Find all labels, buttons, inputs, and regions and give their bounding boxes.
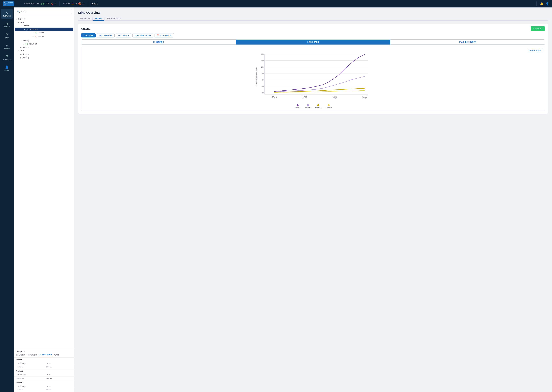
anchor-1-depth-value: 5.6 m <box>44 362 52 365</box>
signal-icon: ((·)) <box>41 3 44 5</box>
tree-item-level-1[interactable]: ▼ Level <box>14 21 74 24</box>
sidebar-item-alarm[interactable]: △ ALARM <box>1 41 13 52</box>
time-btn-current-reading[interactable]: CURRENT READING <box>132 33 153 37</box>
anchor-1-table: Installed depth 5.6 m Initial offset 345… <box>14 361 74 369</box>
time-btn-last-24h[interactable]: LAST 24 HOURS <box>97 33 115 37</box>
page-tabs: MINE PLAN | GRAPHS | TABULAR DATA <box>78 17 548 21</box>
svg-text:3/11/21: 3/11/21 <box>332 95 337 97</box>
svg-text:3/11/21: 3/11/21 <box>272 95 277 97</box>
export-icon: ↑ <box>533 28 534 30</box>
tab-graphs[interactable]: GRAPHS <box>93 17 104 21</box>
admin-icon: 👤 <box>5 65 9 69</box>
user-icon[interactable]: 👤 <box>545 2 549 6</box>
sensor-connector: ((·)) Sensor 1 ((·)) Sensor 1 <box>30 31 74 38</box>
time-btn-last-7d[interactable]: LAST 7 DAYS <box>116 33 131 37</box>
time-btn-last-shift[interactable]: LAST SHIFT <box>81 33 96 37</box>
communication-section: COMMUNICATION ((·)) 3756 🚫 23 <box>24 3 56 5</box>
chevron-down-icon: ▼ <box>24 28 25 30</box>
settings-icon: ⚙ <box>6 55 8 58</box>
anchor-3-depth-label: Installed depth <box>14 385 44 388</box>
tree-label-level-2: Level <box>20 50 24 52</box>
sidebar-item-data[interactable]: DATA <box>1 30 13 41</box>
nav-divider-2 <box>59 1 60 6</box>
calendar-icon: 📅 <box>157 35 159 36</box>
legend-label-anchor-4: Anchor 4 <box>326 107 332 109</box>
notification-bell-icon[interactable]: 🔔 <box>540 2 543 5</box>
tree-item-ore-body[interactable]: ▼ Ore Body <box>14 17 74 21</box>
chevron-down-icon: ▼ <box>18 22 19 23</box>
chevron-right-icon: ▶ <box>23 43 24 45</box>
svg-text:7:00am: 7:00am <box>272 97 277 99</box>
tab-mine-plan[interactable]: MINE PLAN <box>78 17 92 21</box>
tab-instrument[interactable]: INSTRUMENT <box>26 354 38 356</box>
tree-item-instrument-2[interactable]: ▶ ((·)) Instrument <box>14 42 74 46</box>
graphs-card: Graphs ↑ EXPORT LAST SHIFT LAST 24 HOURS… <box>78 24 548 114</box>
chevron-down-icon: ▼ <box>18 50 19 52</box>
anchor-3-table: Installed depth 5.6 m Initial offset 345… <box>14 384 74 392</box>
legend-dot-anchor-2 <box>307 104 309 106</box>
logo-box: RockSHIELD web <box>3 1 14 6</box>
anchor-3-offset-label: Initial offset <box>14 388 44 392</box>
sidebar-item-settings[interactable]: ⚙ SETTINGS <box>1 52 13 63</box>
svg-text:2:30pm: 2:30pm <box>362 97 367 99</box>
sidebar-item-overview[interactable]: ⌂ OVERVIEW <box>1 9 13 19</box>
sidebar-item-label-data: DATA <box>5 37 9 39</box>
main-layout: ⌂ OVERVIEW ◑ GRAPHS DATA △ ALARM ⚙ SETTI… <box>0 7 552 392</box>
anchor-2-depth-label: Installed depth <box>14 373 44 377</box>
tree-item-sensor-1b[interactable]: ((·)) Sensor 1 <box>32 35 74 38</box>
tree-item-heading-1[interactable]: ▼ Heading <box>14 24 74 28</box>
no-signal-value: 23 <box>54 3 56 5</box>
tab-head-unit[interactable]: HEAD UNIT <box>16 354 25 356</box>
sidebar: ⌂ OVERVIEW ◑ GRAPHS DATA △ ALARM ⚙ SETTI… <box>0 7 14 392</box>
top-navigation: RockSHIELD web COMMUNICATION ((·)) 3756 … <box>0 0 552 7</box>
anchor-2-header: Anchor 2 <box>14 369 74 373</box>
export-button[interactable]: ↑ EXPORT <box>530 26 545 31</box>
home-icon: ⌂ <box>6 11 8 15</box>
chart-type-stacked-column[interactable]: STACKED COLUMN <box>390 40 545 44</box>
nav-right: 🔔 👤 <box>535 1 549 6</box>
page-title: Mine Overview <box>78 11 548 15</box>
chart-type-line-graph[interactable]: LINE GRAPH <box>236 40 391 44</box>
properties-panel: Properties HEAD UNIT | INSTRUMENT | ANCH… <box>14 349 74 392</box>
search-input[interactable] <box>16 9 72 14</box>
alarm-nav-icon: △ <box>6 44 8 47</box>
tab-divider-2: | <box>38 354 38 356</box>
sidebar-item-label-alarm: ALARM <box>4 48 10 49</box>
instrument-signal-icon: ((·)) <box>26 28 29 30</box>
tab-tabular-data[interactable]: TABULAR DATA <box>105 17 123 21</box>
tree-item-sensor-1a[interactable]: ((·)) Sensor 1 <box>32 31 74 34</box>
anchor-2-depth-row: Installed depth 5.6 m <box>14 373 74 377</box>
svg-text:Anchor Displacement (mm): Anchor Displacement (mm) <box>256 67 257 87</box>
legend-dot-anchor-3 <box>317 104 319 106</box>
svg-text:40: 40 <box>262 85 264 87</box>
search-icon: 🔍 <box>17 10 20 13</box>
tab-alarm[interactable]: ALARM <box>53 354 60 356</box>
anchor-3-depth-row: Installed depth 5.6 m <box>14 385 74 388</box>
graphs-header: Graphs ↑ EXPORT <box>81 26 545 31</box>
sidebar-item-label-admin: ADMIN <box>4 70 9 71</box>
sidebar-item-graphs[interactable]: ◑ GRAPHS <box>1 20 13 30</box>
svg-text:80: 80 <box>262 73 264 74</box>
chart-type-schematic[interactable]: SCHEMATIC <box>81 40 236 44</box>
legend-label-anchor-1: Anchor 1 <box>294 107 301 109</box>
tree-item-heading-5[interactable]: ▶ Heading <box>14 56 74 59</box>
nav-divider-1 <box>21 1 21 6</box>
sidebar-item-admin[interactable]: 👤 ADMIN <box>1 63 13 73</box>
anchor-1-depth-row: Installed depth 5.6 m <box>14 362 74 365</box>
tree-item-level-2[interactable]: ▼ Level <box>14 49 74 53</box>
svg-text:100: 100 <box>261 66 264 68</box>
tree-item-heading-3[interactable]: ▶ Heading <box>14 46 74 49</box>
time-buttons: LAST SHIFT LAST 24 HOURS LAST 7 DAYS CUR… <box>81 33 545 37</box>
tree-item-heading-4[interactable]: ▶ Heading <box>14 53 74 56</box>
tree-item-instrument-1[interactable]: ▼ ((·)) Instrument <box>15 28 73 31</box>
time-btn-custom-date[interactable]: 📅CUSTOM DATE <box>154 33 174 37</box>
legend-label-anchor-3: Anchor 3 <box>315 107 321 109</box>
main-content: Mine Overview MINE PLAN | GRAPHS | TABUL… <box>74 7 552 392</box>
tree-label-heading-4: Heading <box>22 53 29 55</box>
tree-area: ▼ Ore Body ▼ Level ▼ Heading ▼ ((·)) In <box>14 16 74 349</box>
tree-label-sensor-1a: Sensor 1 <box>38 32 45 34</box>
tab-anchor-depth[interactable]: ANCHOR DEPTH <box>39 354 52 356</box>
tree-item-heading-2[interactable]: ▼ Heading <box>14 39 74 42</box>
anchor-2-offset-value: 345 mm <box>44 377 54 380</box>
anchor-1-offset-row: Initial offset 345 mm <box>14 365 74 369</box>
